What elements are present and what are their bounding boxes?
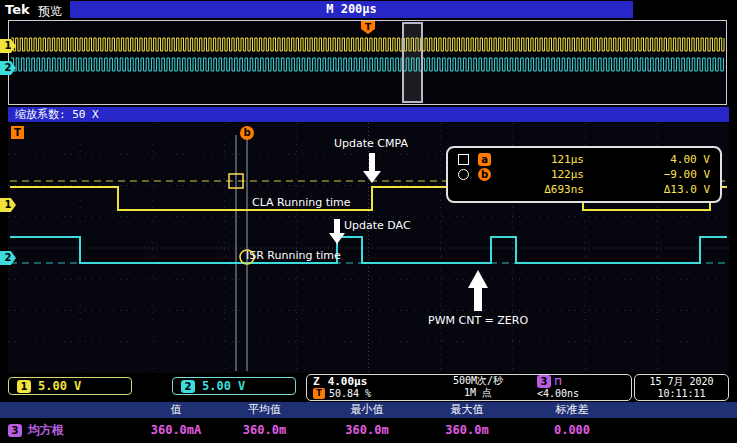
measurement-header-stddev: 标准差 bbox=[517, 402, 627, 418]
measurement-header-max: 最大值 bbox=[417, 402, 517, 418]
cursor-delta-voltage: Δ13.0 V bbox=[584, 183, 710, 196]
cursor-a-voltage: 4.00 V bbox=[584, 153, 710, 166]
measurement-header-row: 值 平均值 最小值 最大值 标准差 bbox=[0, 402, 737, 418]
cursor-delta-time: Δ693ns bbox=[502, 183, 584, 196]
overview-ch1-trace bbox=[11, 38, 724, 51]
cursor-b-badge: b bbox=[478, 168, 491, 181]
pulse-shape-icon: ⊓ bbox=[555, 375, 562, 388]
trigger-position-value: 50.84 % bbox=[329, 388, 371, 399]
zoom-scale-value: 4.00μs bbox=[328, 375, 368, 388]
measurement-value: 360.0mA bbox=[140, 423, 212, 437]
ch1-badge-status: 1 bbox=[17, 380, 31, 393]
ch2-scale-box[interactable]: 2 5.00 V bbox=[172, 377, 296, 395]
ch3-badge-status: 3 bbox=[537, 375, 551, 388]
zoom-window-bracket[interactable] bbox=[403, 23, 422, 102]
measurement-max: 360.0m bbox=[417, 423, 517, 437]
cursor-b-time: 122μs bbox=[502, 168, 584, 181]
zoom-factor-label: 缩放系数: 50 X bbox=[15, 108, 99, 121]
time-resolution-value: <4.00ns bbox=[537, 388, 625, 399]
zoom-scale-label: Z bbox=[313, 375, 320, 388]
ch2-scale-value: 5.00 V bbox=[202, 379, 245, 393]
update-cmpa-arrow-icon bbox=[363, 153, 381, 183]
trigger-t-icon: T bbox=[313, 388, 325, 399]
cursor-a-badge: a bbox=[478, 153, 491, 166]
zoom-factor-bar: 缩放系数: 50 X bbox=[8, 107, 729, 122]
preview-mode-label: 预览 bbox=[38, 3, 62, 20]
measurement-header-min: 最小值 bbox=[317, 402, 417, 418]
measurement-stddev: 0.000 bbox=[517, 423, 627, 437]
ch3-measure-badge: 3 bbox=[8, 424, 22, 437]
cursor-b-top-marker[interactable]: b bbox=[240, 126, 254, 140]
cursor-a-row: a 121μs 4.00 V bbox=[458, 152, 710, 167]
date-value: 15 7月 2020 bbox=[635, 376, 728, 388]
cursor-b-voltage: −9.00 V bbox=[584, 168, 710, 181]
time-value: 10:11:11 bbox=[635, 388, 728, 400]
pwm-zero-arrow-icon bbox=[468, 270, 488, 311]
annotation-pwm-cnt-zero: PWM CNT = ZERO bbox=[428, 314, 528, 327]
oscilloscope-screen: Tek 预览 M 200μs T 1 2 缩放系数: 50 X bbox=[0, 0, 737, 443]
annotation-isr-running-time: ISR Running time bbox=[246, 249, 341, 262]
measurement-header-mean: 平均值 bbox=[212, 402, 317, 418]
measurement-name: 均方根 bbox=[28, 422, 64, 439]
timebase-value: M 200μs bbox=[326, 2, 377, 16]
ch1-scale-value: 5.00 V bbox=[38, 379, 81, 393]
trigger-flag-icon: T bbox=[11, 126, 24, 139]
timebase-strip: M 200μs bbox=[70, 1, 633, 18]
annotation-update-dac: Update DAC bbox=[344, 219, 411, 232]
acquisition-info-box: Z 4.00μs 500M次/秒 3 ⊓ T 50.84 % 1M 点 <4.0… bbox=[306, 374, 632, 401]
cursor-delta-row: Δ693ns Δ13.0 V bbox=[458, 182, 710, 197]
ch3-trigger-source-cell: 3 ⊓ bbox=[537, 375, 625, 388]
ch1-scale-box[interactable]: 1 5.00 V bbox=[8, 377, 132, 395]
record-points-value: 1M 点 bbox=[419, 386, 537, 400]
measurement-value-row: 3 均方根 360.0mA 360.0m 360.0m 360.0m 0.000 bbox=[0, 419, 737, 441]
overview-ch2-trace bbox=[11, 58, 724, 71]
tek-logo: Tek bbox=[5, 2, 30, 17]
measurement-header-value: 值 bbox=[140, 402, 212, 418]
datetime-box: 15 7月 2020 10:11:11 bbox=[634, 374, 729, 401]
ch2-badge-status: 2 bbox=[181, 380, 195, 393]
trigger-position-cell: T 50.84 % bbox=[313, 388, 419, 399]
measurement-source: 3 均方根 bbox=[0, 422, 140, 439]
measurement-min: 360.0m bbox=[317, 423, 417, 437]
annotation-cla-running-time: CLA Running time bbox=[252, 196, 351, 209]
cursor-readout-panel: a 121μs 4.00 V b 122μs −9.00 V Δ693ns Δ1… bbox=[446, 146, 722, 203]
measurement-mean: 360.0m bbox=[212, 423, 317, 437]
cursor-b-row: b 122μs −9.00 V bbox=[458, 167, 710, 182]
cursor-a-time: 121μs bbox=[502, 153, 584, 166]
cursor-a-shape-icon bbox=[458, 154, 469, 165]
update-dac-arrow-icon bbox=[329, 219, 345, 244]
zoom-scale-cell: Z 4.00μs bbox=[313, 375, 419, 388]
annotation-update-cmpa: Update CMPA bbox=[334, 137, 408, 150]
cursor-b-shape-icon bbox=[458, 169, 469, 180]
